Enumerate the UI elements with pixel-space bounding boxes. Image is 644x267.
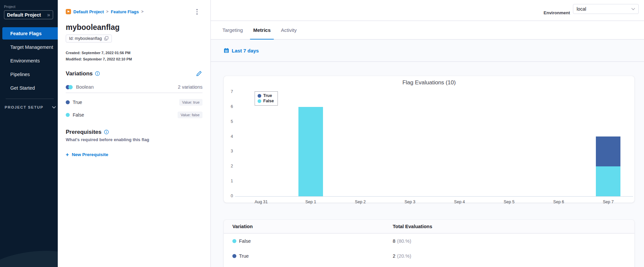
breadcrumb-link[interactable]: Default Project: [73, 9, 104, 14]
tab-targeting[interactable]: Targeting: [219, 21, 246, 39]
x-axis-line: [235, 196, 633, 197]
legend-entry: False: [258, 99, 274, 103]
variation-cell: False: [224, 238, 393, 244]
variation-name: True: [239, 253, 249, 259]
evaluation-count: 8: [393, 238, 395, 244]
y-axis-tick: 7: [224, 89, 233, 94]
variation-cell: True: [224, 253, 393, 259]
table-row: True2(20.%): [224, 248, 634, 263]
x-axis-label: Aug 31: [236, 200, 286, 204]
flag-dates: Created: September 7, 2022 01:56 PM Modi…: [66, 50, 202, 62]
legend-dot: [258, 94, 261, 98]
sidebar-item-target-management[interactable]: Target Management: [2, 41, 58, 53]
copy-icon[interactable]: [104, 36, 109, 41]
evaluation-percent: (80.%): [397, 238, 411, 244]
bar-segment-false[interactable]: [596, 166, 620, 196]
info-icon[interactable]: [104, 130, 109, 134]
environment-label: Environment: [544, 10, 570, 15]
tab-metrics[interactable]: Metrics: [250, 21, 274, 39]
bar-segment-true[interactable]: [596, 136, 620, 166]
environment-header: Environment local: [211, 0, 644, 21]
y-axis-tick: 4: [224, 134, 233, 139]
flag-id-text: Id: mybooleanflag: [69, 36, 102, 41]
plus-icon: +: [66, 152, 69, 157]
boolean-type-icon: [66, 85, 73, 89]
sidebar-nav: Feature FlagsTarget ManagementEnvironmen…: [2, 27, 58, 94]
variation-row: FalseValue: false: [66, 112, 202, 118]
environment-select[interactable]: local: [573, 4, 639, 14]
legend-label: False: [263, 99, 274, 103]
sidebar-divider: [6, 99, 54, 99]
variation-color-dot: [232, 239, 236, 243]
edit-variations-button[interactable]: [196, 71, 202, 76]
breadcrumb-separator: >: [106, 9, 109, 14]
variation-list: TrueValue: trueFalseValue: false: [66, 99, 202, 118]
prerequisites-header: Prerequisites: [66, 129, 202, 135]
chevron-down-icon: [631, 8, 635, 10]
total-evaluations-cell: 8(80.%): [393, 238, 411, 244]
evaluations-table: VariationTotal Evaluations False8(80.%)T…: [224, 220, 634, 267]
flag-icon: ⚑: [66, 9, 71, 14]
project-selector[interactable]: Default Project »: [4, 10, 53, 19]
variation-row: TrueValue: true: [66, 99, 202, 106]
kebab-menu-icon[interactable]: [196, 8, 199, 16]
y-axis-tick: 3: [224, 149, 233, 153]
sidebar-item-environments[interactable]: Environments: [2, 54, 58, 67]
y-axis-tick: 1: [224, 179, 233, 183]
variation-count: 2 variations: [178, 84, 202, 90]
new-prerequisite-button[interactable]: + New Prerequisite: [66, 152, 108, 157]
flag-detail-panel: ⚑ Default Project>Feature Flags> myboole…: [58, 0, 211, 267]
x-axis-label: Sep 6: [534, 200, 583, 204]
prerequisites-description: What's required before enabling this fla…: [66, 137, 202, 142]
y-axis-tick: 0: [224, 194, 233, 198]
breadcrumb: ⚑ Default Project>Feature Flags>: [66, 8, 202, 16]
table-body: False8(80.%)True2(20.%): [224, 233, 634, 263]
flag-id-badge[interactable]: Id: mybooleanflag: [66, 35, 112, 43]
breadcrumb-link[interactable]: Feature Flags: [111, 9, 139, 14]
variations-header: Variations: [66, 70, 202, 77]
variation-type-row: Boolean 2 variations: [66, 84, 202, 90]
variation-name: False: [73, 112, 84, 118]
sidebar-item-pipelines[interactable]: Pipelines: [2, 68, 58, 80]
tab-activity[interactable]: Activity: [278, 21, 300, 39]
y-axis-tick: 2: [224, 164, 233, 168]
sidebar-item-get-started[interactable]: Get Started: [2, 82, 58, 94]
x-axis-label: Sep 7: [584, 200, 633, 204]
evaluation-count: 2: [393, 253, 395, 259]
date-range-label: Last 7 days: [232, 48, 259, 53]
sidebar-item-feature-flags[interactable]: Feature Flags: [2, 27, 58, 40]
info-icon[interactable]: [95, 71, 100, 76]
date-range-filter[interactable]: Last 7 days: [211, 40, 644, 62]
environment-value: local: [577, 6, 586, 12]
table-column-header: Total Evaluations: [393, 224, 432, 229]
x-axis-label: Sep 3: [385, 200, 435, 204]
calendar-icon: [224, 48, 229, 53]
variations-title: Variations: [66, 70, 93, 77]
total-evaluations-cell: 2(20.%): [393, 253, 411, 259]
modified-date: Modified: September 7, 2022 02:10 PM: [66, 56, 202, 62]
project-label: Project: [4, 5, 58, 9]
y-axis-tick: 6: [224, 104, 233, 109]
legend-dot: [258, 99, 261, 103]
project-setup-toggle[interactable]: PROJECT SETUP: [4, 105, 58, 109]
variation-color-dot: [66, 100, 70, 104]
page-title: mybooleanflag: [66, 23, 202, 32]
variation-name: True: [73, 100, 82, 105]
metrics-content: Flag Evaluations (10) TrueFalse 01234567…: [211, 62, 644, 267]
x-axis-label: Sep 5: [484, 200, 534, 204]
variation-color-dot: [232, 254, 236, 258]
chevron-down-icon: [52, 106, 56, 109]
variation-color-dot: [66, 113, 70, 117]
table-column-header: Variation: [224, 224, 393, 229]
tab-bar: TargetingMetricsActivity: [211, 21, 644, 40]
main-content: Environment local TargetingMetricsActivi…: [211, 0, 644, 267]
prerequisites-title: Prerequisites: [66, 129, 102, 135]
variation-value-badge: Value: false: [178, 112, 202, 118]
table-header: VariationTotal Evaluations: [224, 220, 634, 233]
expand-project-icon[interactable]: »: [47, 12, 50, 18]
bar-segment-false[interactable]: [298, 107, 323, 196]
chart-title: Flag Evaluations (10): [224, 79, 634, 86]
evaluations-chart: Flag Evaluations (10) TrueFalse 01234567…: [224, 76, 634, 203]
variations-divider: [66, 93, 202, 93]
project-name: Default Project: [7, 12, 41, 18]
